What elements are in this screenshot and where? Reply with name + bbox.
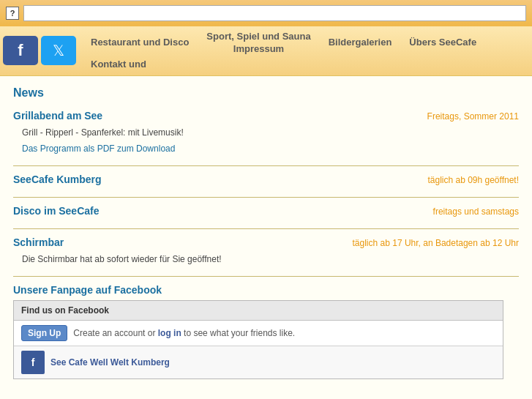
news-title-grillabend[interactable]: Grillabend am See <box>13 110 102 122</box>
facebook-icon[interactable]: f <box>3 36 38 65</box>
news-header-seecafe: SeeCafe Kumberg täglich ab 09h geöffnet! <box>13 174 519 185</box>
fb-signup-button[interactable]: Sign Up <box>21 325 67 341</box>
fb-page-name[interactable]: See Cafe Well Welt Kumberg <box>50 357 170 368</box>
main-content: News Grillabend am See Freitags, Sommer … <box>0 76 532 399</box>
question-icon[interactable]: ? <box>6 7 19 20</box>
nav-item-bildergalerien[interactable]: Bildergalerien <box>320 35 401 51</box>
fb-widget-body: Sign Up Create an account or log in to s… <box>14 321 503 346</box>
fb-widget-header: Find us on Facebook <box>14 301 503 321</box>
news-date-disco: freitags und samstags <box>433 206 519 217</box>
fb-page-row: f See Cafe Well Welt Kumberg <box>14 346 503 379</box>
news-item-seecafe: SeeCafe Kumberg täglich ab 09h geöffnet! <box>13 174 519 198</box>
news-header-grillabend: Grillabend am See Freitags, Sommer 2011 <box>13 110 519 122</box>
nav-item-kontakt[interactable]: Kontakt und <box>82 57 155 72</box>
top-bar: ? <box>0 0 532 26</box>
news-title-seecafe[interactable]: SeeCafe Kumberg <box>13 174 102 185</box>
fb-login-link[interactable]: log in <box>158 328 181 338</box>
news-date-schirmbar: täglich ab 17 Uhr, an Badetagen ab 12 Uh… <box>353 238 520 248</box>
news-title-disco[interactable]: Disco im SeeCafe <box>13 205 100 217</box>
news-body-line-1: Das Programm als PDF zum Download <box>22 142 519 155</box>
social-nav: f 𝕏 Restaurant und Disco Sport, Spiel un… <box>0 26 532 76</box>
news-item-disco: Disco im SeeCafe freitags und samstags <box>13 205 519 229</box>
news-header-schirmbar: Schirmbar täglich ab 17 Uhr, an Badetage… <box>13 236 519 248</box>
fb-widget-text: Create an account or log in to see what … <box>73 328 295 338</box>
news-body-schirmbar-line-0: Die Schirmbar hat ab sofort wieder für S… <box>22 253 519 266</box>
nav-item-ubers[interactable]: Übers SeeCafe <box>400 35 485 51</box>
nav-item-restaurant[interactable]: Restaurant und Disco <box>82 35 198 51</box>
main-nav: Restaurant und Disco Sport, Spiel und Sa… <box>76 29 532 72</box>
news-item-grillabend: Grillabend am See Freitags, Sommer 2011 … <box>13 110 519 166</box>
fb-page-thumb: f <box>21 351 45 374</box>
twitter-icon[interactable]: 𝕏 <box>41 36 76 65</box>
news-item-schirmbar: Schirmbar täglich ab 17 Uhr, an Badetage… <box>13 236 519 277</box>
fanpage-section: Unsere Fanpage auf Facebook Find us on F… <box>13 284 519 387</box>
news-header-disco: Disco im SeeCafe freitags und samstags <box>13 205 519 217</box>
section-title: News <box>13 86 519 100</box>
nav-item-sport[interactable]: Sport, Spiel und Sauna Impressum <box>198 29 319 57</box>
news-body-line-0: Grill - Ripperl - Spanferkel: mit Livemu… <box>22 126 519 139</box>
search-input[interactable] <box>23 5 526 21</box>
fanpage-title[interactable]: Unsere Fanpage auf Facebook <box>13 284 519 296</box>
news-body-schirmbar: Die Schirmbar hat ab sofort wieder für S… <box>13 253 519 266</box>
news-body-grillabend: Grill - Ripperl - Spanferkel: mit Livemu… <box>13 126 519 155</box>
news-date-seecafe: täglich ab 09h geöffnet! <box>427 175 519 185</box>
fb-widget: Find us on Facebook Sign Up Create an ac… <box>13 300 503 379</box>
pdf-download-link[interactable]: Das Programm als PDF zum Download <box>22 143 175 154</box>
news-date-grillabend: Freitags, Sommer 2011 <box>427 111 519 122</box>
news-title-schirmbar[interactable]: Schirmbar <box>13 236 64 248</box>
